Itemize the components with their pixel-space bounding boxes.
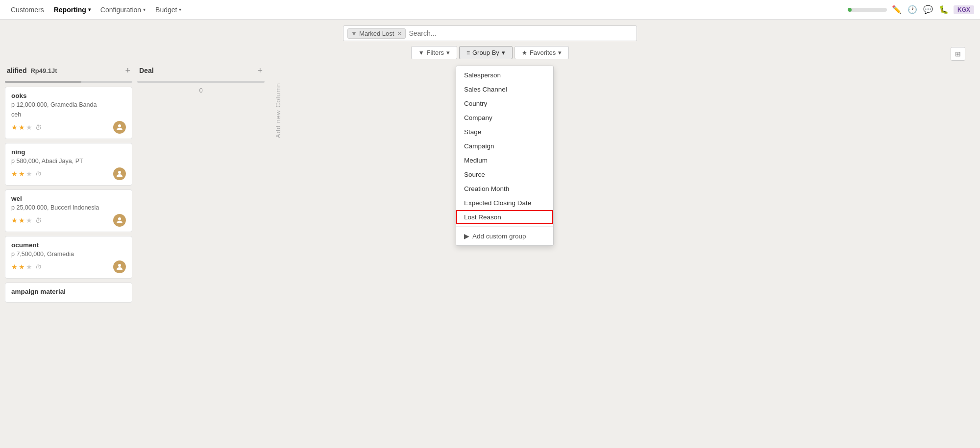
filters-caret: ▾ [446, 49, 450, 56]
col-header-deal: Deal + [137, 63, 265, 78]
col-progress-deal [137, 81, 265, 83]
avatar [113, 214, 126, 227]
star-icon: ★ [522, 49, 527, 56]
avatar [113, 260, 126, 273]
kanban-card-ning[interactable]: ning p 580,000, Abadi Jaya, PT ★ ★ ★ ⏱ [5, 143, 132, 186]
card-stars: ★ ★ ★ ⏱ [11, 123, 42, 131]
groupby-icon: ≡ [466, 49, 470, 56]
nav-reporting[interactable]: Reporting ▾ [49, 0, 96, 20]
groupby-salesperson[interactable]: Salesperson [456, 68, 553, 82]
groupby-company[interactable]: Company [456, 111, 553, 125]
top-nav: Customers Reporting ▾ Configuration ▾ Bu… [0, 0, 980, 20]
groupby-add-custom[interactable]: ▶ Add custom group [456, 229, 553, 243]
filter-icon: ▼ [418, 49, 424, 56]
reporting-caret: ▾ [88, 7, 91, 12]
nav-configuration[interactable]: Configuration ▾ [96, 0, 150, 20]
clock-nav-icon[interactable]: 🕐 [906, 4, 918, 16]
col-progress-fill-qualified [5, 81, 81, 83]
clock-icon: ⏱ [35, 217, 42, 224]
remove-tag-button[interactable]: ✕ [397, 30, 402, 37]
card-footer: ★ ★ ★ ⏱ [11, 121, 126, 134]
groupby-dropdown: Salesperson Sales Channel Country Compan… [456, 66, 554, 246]
toolbar: ▼ Filters ▾ ≡ Group By ▾ ★ Favorites ▾ S… [0, 44, 980, 63]
user-badge[interactable]: KGX [954, 5, 974, 14]
view-toggle: ⊞ [951, 47, 965, 61]
favorites-caret: ▾ [558, 49, 562, 56]
add-column-area: Add new Column [270, 63, 289, 357]
bug-icon[interactable]: 🐛 [938, 4, 950, 16]
kanban-col-deal: Deal + 0 [137, 63, 265, 357]
progress-bar [848, 8, 887, 12]
add-card-deal-button[interactable]: + [257, 66, 263, 75]
card-stars: ★ ★ ★ ⏱ [11, 263, 42, 271]
card-footer: ★ ★ ★ ⏱ [11, 214, 126, 227]
kanban-view-button[interactable]: ⊞ [951, 47, 965, 61]
kanban-card-wel[interactable]: wel p 25,000,000, Bucceri Indonesia ★ ★ … [5, 189, 132, 232]
clock-icon: ⏱ [35, 170, 42, 178]
avatar [113, 167, 126, 180]
search-bar: ▼ Marked Lost ✕ [343, 25, 637, 41]
card-detail: p 12,000,000, Gramedia Banda [11, 101, 126, 108]
groupby-sales-channel[interactable]: Sales Channel [456, 82, 553, 96]
groupby-medium[interactable]: Medium [456, 153, 553, 167]
kanban-card-campaign[interactable]: ampaign material [5, 283, 132, 303]
card-detail2: ceh [11, 111, 126, 118]
deal-count: 0 [137, 87, 265, 94]
card-title: ning [11, 148, 126, 156]
clock-icon: ⏱ [35, 124, 42, 131]
card-title: wel [11, 195, 126, 202]
kanban-col-qualified: alified Rp49.1Jt + ooks p 12,000,000, Gr… [5, 63, 132, 357]
col-progress-qualified [5, 81, 132, 83]
progress-fill [848, 8, 852, 12]
groupby-country[interactable]: Country [456, 96, 553, 111]
col-title-qualified: alified [7, 67, 26, 74]
card-stars: ★ ★ ★ ⏱ [11, 170, 42, 178]
nav-customers[interactable]: Customers [6, 0, 49, 20]
config-caret: ▾ [143, 7, 146, 12]
svg-point-1 [118, 171, 121, 174]
kanban-card-ocument[interactable]: ocument p 7,500,000, Gramedia ★ ★ ★ ⏱ [5, 236, 132, 279]
custom-group-label: Add custom group [472, 233, 526, 240]
card-detail: p 25,000,000, Bucceri Indonesia [11, 204, 126, 211]
groupby-lost-reason[interactable]: Lost Reason [456, 210, 553, 224]
kanban-card-ooks[interactable]: ooks p 12,000,000, Gramedia Banda ceh ★ … [5, 87, 132, 139]
groupby-stage[interactable]: Stage [456, 125, 553, 139]
groupby-expected-closing-date[interactable]: Expected Closing Date [456, 196, 553, 210]
svg-point-2 [118, 217, 121, 220]
custom-group-arrow: ▶ [464, 232, 469, 240]
card-title: ocument [11, 241, 126, 249]
card-footer: ★ ★ ★ ⏱ [11, 260, 126, 273]
nav-budget[interactable]: Budget ▾ [150, 0, 186, 20]
card-detail: p 7,500,000, Gramedia [11, 251, 126, 258]
edit-icon[interactable]: ✏️ [891, 4, 903, 16]
col-header-qualified: alified Rp49.1Jt + [5, 63, 132, 78]
groupby-caret: ▾ [502, 49, 505, 56]
groupby-button[interactable]: ≡ Group By ▾ [459, 46, 513, 59]
nav-right: ✏️ 🕐 💬 🐛 KGX [848, 4, 974, 16]
groupby-menu: Salesperson Sales Channel Country Compan… [456, 66, 554, 246]
add-card-qualified-button[interactable]: + [125, 66, 130, 75]
col-title-deal: Deal [139, 67, 154, 74]
card-footer: ★ ★ ★ ⏱ [11, 167, 126, 180]
budget-caret: ▾ [179, 7, 181, 12]
filters-button[interactable]: ▼ Filters ▾ [411, 46, 457, 59]
card-detail: p 580,000, Abadi Jaya, PT [11, 158, 126, 165]
clock-icon: ⏱ [35, 263, 42, 271]
svg-point-3 [118, 264, 121, 267]
add-column-button[interactable]: Add new Column [274, 83, 282, 138]
chat-icon[interactable]: 💬 [922, 4, 934, 16]
dropdown-divider [456, 226, 553, 227]
search-tag-marked-lost[interactable]: ▼ Marked Lost ✕ [347, 28, 406, 39]
groupby-creation-month[interactable]: Creation Month [456, 182, 553, 196]
groupby-source[interactable]: Source [456, 167, 553, 182]
groupby-campaign[interactable]: Campaign [456, 139, 553, 153]
card-stars: ★ ★ ★ ⏱ [11, 216, 42, 224]
avatar [113, 121, 126, 134]
col-amount-qualified: Rp49.1Jt [30, 67, 57, 74]
search-input[interactable] [409, 29, 633, 37]
card-title: ampaign material [11, 288, 126, 295]
svg-point-0 [118, 124, 121, 127]
filter-funnel-icon: ▼ [351, 30, 357, 37]
favorites-button[interactable]: ★ Favorites ▾ [514, 46, 569, 59]
search-area: ▼ Marked Lost ✕ [0, 20, 980, 44]
